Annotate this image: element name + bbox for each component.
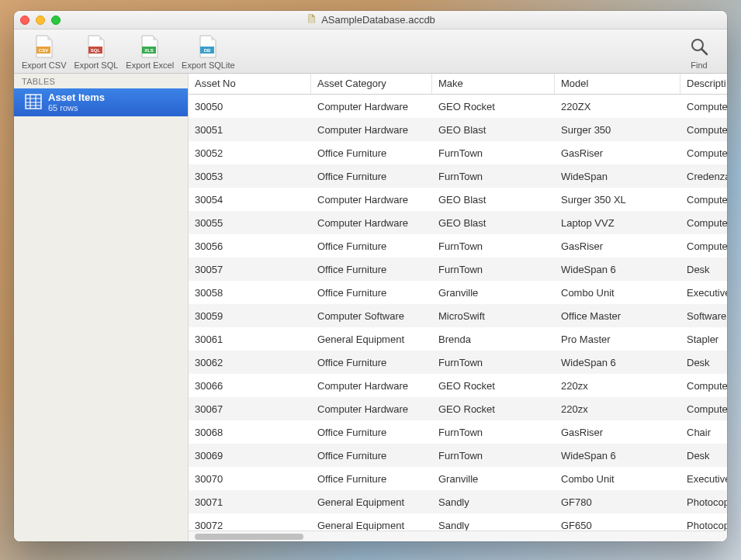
cell-no[interactable]: 30059 [189, 310, 311, 322]
cell-no[interactable]: 30070 [189, 473, 311, 485]
cell-make[interactable]: FurnTown [432, 264, 555, 275]
table-row[interactable]: 30072General EquipmentSandlyGF650Photoco… [189, 513, 727, 531]
cell-make[interactable]: GEO Rocket [432, 403, 555, 415]
table-row[interactable]: 30050Computer HardwareGEO Rocket220ZXCom… [189, 95, 727, 118]
cell-no[interactable]: 30067 [189, 403, 311, 415]
table-row[interactable]: 30053Office FurnitureFurnTownWideSpanCre… [189, 164, 727, 188]
cell-desc[interactable]: Compute [680, 403, 727, 415]
cell-make[interactable]: Sandly [432, 496, 555, 508]
table-row[interactable]: 30069Office FurnitureFurnTownWideSpan 6D… [189, 444, 727, 467]
cell-cat[interactable]: General Equipment [311, 520, 432, 531]
export-csv-button[interactable]: CSV Export CSV [22, 34, 66, 70]
cell-cat[interactable]: Office Furniture [311, 473, 432, 485]
cell-model[interactable]: GF650 [555, 520, 680, 531]
cell-model[interactable]: Combo Unit [555, 473, 680, 485]
table-row[interactable]: 30056Office FurnitureFurnTownGasRiserCom… [189, 234, 727, 258]
cell-desc[interactable]: Compute [680, 217, 727, 229]
cell-cat[interactable]: Computer Hardware [311, 101, 432, 112]
cell-no[interactable]: 30071 [189, 496, 311, 508]
cell-model[interactable]: 220ZX [555, 101, 680, 112]
col-asset-no[interactable]: Asset No [189, 74, 311, 94]
table-row[interactable]: 30051Computer HardwareGEO BlastSurger 35… [189, 118, 727, 141]
cell-model[interactable]: 220zx [555, 380, 680, 392]
cell-no[interactable]: 30052 [189, 147, 311, 159]
table-row[interactable]: 30061General EquipmentBrendaPro MasterSt… [189, 327, 727, 351]
cell-desc[interactable]: Compute [680, 101, 727, 112]
cell-cat[interactable]: Computer Software [311, 310, 432, 322]
cell-cat[interactable]: Office Furniture [311, 427, 432, 438]
close-button[interactable] [20, 16, 29, 25]
cell-desc[interactable]: Photocop [680, 520, 727, 531]
cell-no[interactable]: 30054 [189, 194, 311, 206]
cell-cat[interactable]: Office Furniture [311, 240, 432, 252]
cell-make[interactable]: GEO Rocket [432, 101, 555, 112]
table-row[interactable]: 30066Computer HardwareGEO Rocket220zxCom… [189, 374, 727, 397]
cell-make[interactable]: Sandly [432, 520, 555, 531]
cell-no[interactable]: 30055 [189, 217, 311, 229]
cell-desc[interactable]: Software [680, 310, 727, 322]
col-make[interactable]: Make [432, 74, 555, 94]
cell-make[interactable]: GEO Blast [432, 124, 555, 136]
cell-make[interactable]: GEO Blast [432, 194, 555, 206]
minimize-button[interactable] [36, 16, 45, 25]
cell-make[interactable]: FurnTown [432, 427, 555, 438]
table-row[interactable]: 30052Office FurnitureFurnTownGasRiserCom… [189, 141, 727, 164]
cell-model[interactable]: Office Master [555, 310, 680, 322]
cell-model[interactable]: Surger 350 XL [555, 194, 680, 206]
cell-no[interactable]: 30068 [189, 427, 311, 438]
cell-cat[interactable]: Office Furniture [311, 357, 432, 368]
cell-cat[interactable]: General Equipment [311, 496, 432, 508]
cell-make[interactable]: Granville [432, 287, 555, 299]
cell-cat[interactable]: Office Furniture [311, 287, 432, 299]
cell-no[interactable]: 30050 [189, 101, 311, 112]
col-model[interactable]: Model [555, 74, 680, 94]
cell-no[interactable]: 30069 [189, 450, 311, 461]
cell-no[interactable]: 30072 [189, 520, 311, 531]
cell-no[interactable]: 30057 [189, 264, 311, 275]
cell-make[interactable]: MicroSwift [432, 310, 555, 322]
cell-model[interactable]: Laptop VVZ [555, 217, 680, 229]
cell-cat[interactable]: Office Furniture [311, 450, 432, 461]
table-row[interactable]: 30055Computer HardwareGEO BlastLaptop VV… [189, 211, 727, 234]
table-row[interactable]: 30054Computer HardwareGEO BlastSurger 35… [189, 188, 727, 211]
cell-model[interactable]: WideSpan 6 [555, 264, 680, 275]
cell-desc[interactable]: Compute [680, 240, 727, 252]
cell-cat[interactable]: Computer Hardware [311, 403, 432, 415]
cell-make[interactable]: FurnTown [432, 450, 555, 461]
cell-make[interactable]: FurnTown [432, 357, 555, 368]
find-button[interactable]: Find [687, 34, 712, 70]
table-row[interactable]: 30068Office FurnitureFurnTownGasRiserCha… [189, 420, 727, 444]
cell-desc[interactable]: Compute [680, 194, 727, 206]
cell-model[interactable]: 220zx [555, 403, 680, 415]
cell-desc[interactable]: Compute [680, 380, 727, 392]
cell-desc[interactable]: Photocop [680, 496, 727, 508]
cell-model[interactable]: GasRiser [555, 240, 680, 252]
cell-desc[interactable]: Stapler [680, 334, 727, 345]
sidebar-item-asset-items[interactable]: Asset Items 65 rows [14, 88, 188, 116]
maximize-button[interactable] [51, 16, 61, 25]
cell-make[interactable]: Brenda [432, 334, 555, 345]
cell-no[interactable]: 30051 [189, 124, 311, 136]
cell-make[interactable]: GEO Rocket [432, 380, 555, 392]
cell-no[interactable]: 30062 [189, 357, 311, 368]
cell-cat[interactable]: Computer Hardware [311, 124, 432, 136]
col-asset-category[interactable]: Asset Category [311, 74, 432, 94]
export-sqlite-button[interactable]: DB Export SQLite [182, 34, 234, 70]
table-row[interactable]: 30071General EquipmentSandlyGF780Photoco… [189, 490, 727, 513]
cell-model[interactable]: GasRiser [555, 147, 680, 159]
cell-model[interactable]: WideSpan 6 [555, 357, 680, 368]
cell-no[interactable]: 30066 [189, 380, 311, 392]
horizontal-scrollbar[interactable] [189, 531, 727, 541]
cell-cat[interactable]: Office Furniture [311, 264, 432, 275]
table-row[interactable]: 30059Computer SoftwareMicroSwiftOffice M… [189, 304, 727, 327]
cell-model[interactable]: WideSpan [555, 171, 680, 182]
cell-desc[interactable]: Executive [680, 287, 727, 299]
cell-model[interactable]: WideSpan 6 [555, 450, 680, 461]
cell-cat[interactable]: Office Furniture [311, 147, 432, 159]
table-row[interactable]: 30067Computer HardwareGEO Rocket220zxCom… [189, 397, 727, 420]
cell-desc[interactable]: Desk [680, 357, 727, 368]
cell-make[interactable]: FurnTown [432, 147, 555, 159]
cell-make[interactable]: GEO Blast [432, 217, 555, 229]
cell-no[interactable]: 30058 [189, 287, 311, 299]
table-row[interactable]: 30070Office FurnitureGranvilleCombo Unit… [189, 467, 727, 490]
